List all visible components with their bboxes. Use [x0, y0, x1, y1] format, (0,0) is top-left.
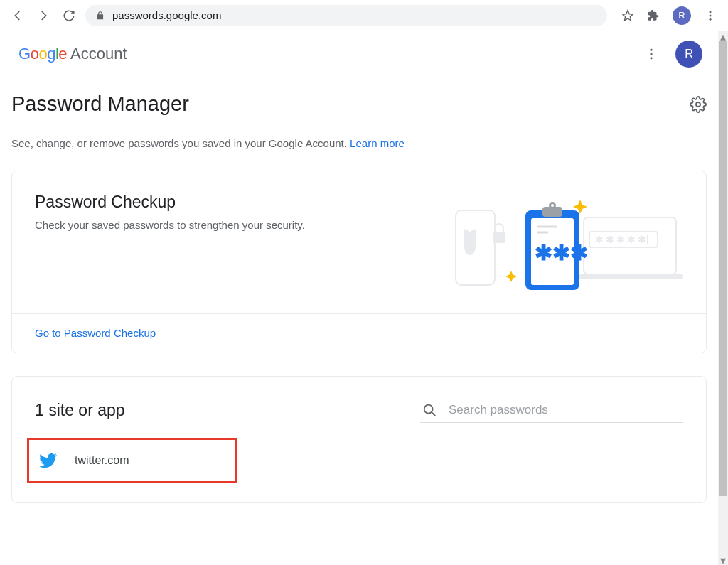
address-bar[interactable]: passwords.google.com	[85, 5, 607, 26]
url-text: passwords.google.com	[112, 9, 221, 21]
twitter-icon	[39, 451, 58, 470]
checkup-title: Password Checkup	[35, 193, 305, 212]
password-checkup-card: Password Checkup Check your saved passwo…	[11, 171, 707, 353]
svg-point-1	[710, 11, 712, 13]
bookmark-star-icon[interactable]	[621, 9, 634, 22]
search-icon	[422, 402, 437, 418]
svg-point-7	[696, 102, 700, 107]
lock-icon	[95, 11, 105, 21]
google-account-logo[interactable]: Google Account	[18, 45, 127, 63]
extensions-icon[interactable]	[647, 9, 660, 22]
svg-point-6	[650, 57, 652, 59]
site-name-label: twitter.com	[75, 454, 129, 467]
svg-point-2	[710, 14, 712, 16]
settings-gear-icon[interactable]	[690, 96, 707, 113]
svg-point-23	[424, 405, 433, 414]
svg-marker-0	[623, 10, 633, 20]
checkup-illustration: ✱✱✱✱✱ ✱✱✱	[434, 193, 683, 299]
svg-text:✱✱✱✱✱: ✱✱✱✱✱	[595, 234, 648, 245]
account-label: Account	[70, 45, 127, 63]
app-header: Google Account R	[0, 31, 718, 77]
scrollbar-thumb[interactable]	[719, 41, 727, 496]
learn-more-link[interactable]: Learn more	[350, 137, 405, 149]
scroll-down-icon[interactable]: ▾	[718, 555, 728, 565]
checkup-desc: Check your saved passwords to strengthen…	[35, 219, 305, 231]
svg-text:✱✱✱: ✱✱✱	[535, 241, 588, 264]
search-input[interactable]	[449, 403, 682, 417]
browser-avatar[interactable]: R	[673, 6, 691, 25]
reload-icon[interactable]	[63, 9, 75, 22]
forward-icon[interactable]	[37, 9, 50, 22]
header-menu-icon[interactable]	[644, 47, 658, 61]
browser-menu-icon[interactable]	[704, 9, 717, 22]
scroll-up-icon[interactable]: ▴	[718, 31, 728, 41]
scrollbar[interactable]: ▴ ▾	[718, 31, 728, 565]
saved-sites-card: 1 site or app twitter.com	[11, 376, 707, 503]
browser-toolbar: passwords.google.com R	[0, 0, 728, 31]
page-title: Password Manager	[11, 92, 189, 116]
google-logo: Google	[18, 45, 67, 63]
sites-count-label: 1 site or app	[35, 401, 125, 420]
svg-point-19	[551, 204, 554, 207]
back-icon[interactable]	[11, 9, 24, 22]
svg-rect-9	[493, 232, 505, 243]
svg-point-4	[650, 49, 652, 51]
svg-point-5	[650, 53, 652, 55]
svg-rect-10	[584, 217, 676, 274]
svg-line-24	[432, 412, 435, 416]
site-row-twitter[interactable]: twitter.com	[29, 440, 235, 481]
page-viewport: Google Account R Password Manager See, c…	[0, 31, 718, 565]
page-subtitle: See, change, or remove passwords you sav…	[11, 137, 707, 149]
go-to-checkup-link[interactable]: Go to Password Checkup	[35, 327, 156, 339]
account-avatar[interactable]: R	[675, 41, 702, 68]
svg-point-3	[710, 18, 712, 20]
search-passwords-field[interactable]	[420, 398, 683, 423]
svg-rect-11	[577, 274, 683, 279]
